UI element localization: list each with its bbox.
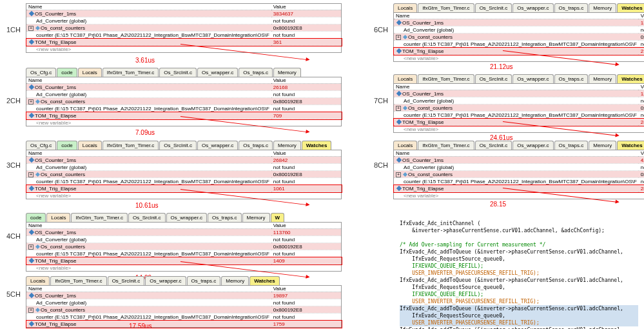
col-value[interactable]: Value xyxy=(271,286,342,292)
tab-watches[interactable]: Watches xyxy=(617,141,644,150)
col-name[interactable]: Name xyxy=(394,150,639,157)
tab-watches[interactable]: W xyxy=(271,213,285,222)
col-name[interactable]: Name xyxy=(394,84,639,90)
tab-wrapper[interactable]: Os_wrapper.c xyxy=(197,141,238,150)
plus-icon[interactable]: + xyxy=(28,99,34,105)
row-ad-conv[interactable]: Ad_Converter (global) xyxy=(26,164,271,171)
tab-srcinit[interactable]: Os_SrcInit.c xyxy=(475,141,512,150)
col-value[interactable]: Value xyxy=(271,150,342,157)
tab-memory[interactable]: Memory xyxy=(589,3,616,12)
row-new-var[interactable]: <new variable> xyxy=(394,55,639,62)
col-name[interactable]: Name xyxy=(26,286,271,292)
row-new-var[interactable]: <new variable> xyxy=(26,46,271,53)
row-counter-path[interactable]: counter (E:\15 TC387_Prj\01 Phase_A2\202… xyxy=(394,41,639,48)
row-os-counter[interactable]: OS_Counter_1ms xyxy=(26,229,271,236)
row-tom-trig[interactable]: TOM_Trig_Elapse xyxy=(26,39,271,46)
tab-memory[interactable]: Memory xyxy=(273,141,301,150)
row-counter-path[interactable]: counter (E:\15 TC387_Prj\01 Phase_A2\202… xyxy=(26,105,271,112)
row-const-counters[interactable]: +Os_const_counters xyxy=(394,34,639,41)
tab-memory[interactable]: Memory xyxy=(273,68,301,77)
tab-wrapper[interactable]: Os_wrapper.c xyxy=(197,68,238,77)
row-tom-trig[interactable]: TOM_Trig_Elapse xyxy=(394,48,639,55)
row-ad-conv[interactable]: Ad_Converter (global) xyxy=(394,97,639,105)
tab-ifxgtm[interactable]: IfxGtm_Tom_Timer.c xyxy=(71,213,128,222)
row-counter-path[interactable]: counter (E:\15 TC387_Prj\01 Phase_A2\202… xyxy=(394,112,639,119)
col-name[interactable]: Name xyxy=(26,4,271,10)
tab-oscfg[interactable]: Os_Cfg.c xyxy=(26,141,56,150)
tab-wrapper[interactable]: Os_wrapper.c xyxy=(512,141,553,150)
watch-table-8ch[interactable]: NameValue OS_Counter_1ms42634 Ad_Convert… xyxy=(393,150,644,199)
tab-oscfg[interactable]: Os_Cfg.c xyxy=(26,68,56,77)
row-os-counter[interactable]: OS_Counter_1ms xyxy=(26,292,271,299)
tab-ifxgtm[interactable]: IfxGtm_Tom_Timer.c xyxy=(102,68,159,77)
tab-traps[interactable]: Os_traps.c xyxy=(239,68,273,77)
plus-icon[interactable]: + xyxy=(396,172,401,177)
row-const-counters[interactable]: +Os_const_counters xyxy=(26,243,271,250)
row-tom-trig[interactable]: TOM_Trig_Elapse xyxy=(26,257,271,264)
watch-table-4ch[interactable]: NameValue OS_Counter_1ms113760 Ad_Conver… xyxy=(26,222,342,272)
watch-table-1ch[interactable]: NameValue OS_Counter_1ms3834637 Ad_Conve… xyxy=(26,3,342,53)
row-const-counters[interactable]: +Os_const_counters xyxy=(394,105,639,112)
row-os-counter[interactable]: OS_Counter_1ms xyxy=(394,90,639,97)
tab-locals[interactable]: Locals xyxy=(393,3,417,12)
row-tom-trig[interactable]: TOM_Trig_Elapse xyxy=(26,112,271,119)
row-counter-path[interactable]: counter (E:\15 TC387_Prj\01 Phase_A2\202… xyxy=(26,314,271,321)
row-counter-path[interactable]: counter (E:\15 TC387_Prj\01 Phase_A2\202… xyxy=(394,178,639,185)
tab-srcinit[interactable]: Os_SrcInit.c xyxy=(108,276,145,285)
tab-memory[interactable]: Memory xyxy=(589,141,616,150)
row-tom-trig[interactable]: TOM_Trig_Elapse xyxy=(26,185,271,192)
row-ad-conv[interactable]: Ad_Converter (global) xyxy=(26,299,271,306)
row-counter-path[interactable]: counter (E:\15 TC387_Prj\01 Phase_A2\202… xyxy=(26,32,271,39)
tab-srcinit[interactable]: Os_SrcInit.c xyxy=(159,68,197,77)
tab-traps[interactable]: Os_traps.c xyxy=(239,141,273,150)
col-value[interactable]: Value xyxy=(639,150,644,157)
tab-watches[interactable]: Watches xyxy=(249,276,280,285)
plus-icon[interactable]: + xyxy=(28,26,34,31)
plus-icon[interactable]: + xyxy=(28,172,34,177)
tab-code[interactable]: code xyxy=(26,213,46,222)
tab-watches[interactable]: Watches xyxy=(302,141,332,150)
watch-table-5ch[interactable]: NameValue OS_Counter_1ms19897 Ad_Convert… xyxy=(26,285,342,328)
row-os-counter[interactable]: OS_Counter_1ms xyxy=(26,10,271,17)
col-value[interactable]: Value xyxy=(271,77,342,84)
tab-ifxgtm[interactable]: IfxGtm_Tom_Timer.c xyxy=(102,141,159,150)
col-value[interactable]: Value xyxy=(271,223,342,229)
watch-table-2ch[interactable]: NameValue OS_Counter_1ms26168 Ad_Convert… xyxy=(26,77,342,126)
row-os-counter[interactable]: OS_Counter_1ms xyxy=(394,157,639,164)
watch-table-6ch[interactable]: NameValue OS_Counter_1ms13297 Ad_Convert… xyxy=(393,12,644,62)
tab-locals[interactable]: Locals xyxy=(78,68,102,77)
row-counter-path[interactable]: counter (E:\15 TC387_Prj\01 Phase_A2\202… xyxy=(26,178,271,185)
row-tom-trig[interactable]: TOM_Trig_Elapse xyxy=(394,185,639,192)
tab-traps[interactable]: Os_traps.c xyxy=(208,213,242,222)
tab-traps[interactable]: Os_traps.c xyxy=(554,3,589,12)
tab-traps[interactable]: Os_traps.c xyxy=(554,74,589,83)
tab-wrapper[interactable]: Os_wrapper.c xyxy=(512,74,553,83)
plus-icon[interactable]: + xyxy=(28,244,34,250)
tab-locals[interactable]: Locals xyxy=(393,74,417,83)
row-ad-conv[interactable]: Ad_Converter (global) xyxy=(394,164,639,171)
tab-wrapper[interactable]: Os_wrapper.c xyxy=(512,3,553,12)
tab-wrapper[interactable]: Os_wrapper.c xyxy=(145,276,186,285)
col-value[interactable]: Value xyxy=(639,84,644,90)
plus-icon[interactable]: + xyxy=(28,308,34,313)
tab-locals[interactable]: Locals xyxy=(78,141,102,150)
row-const-counters[interactable]: +Os_const_counters xyxy=(394,171,639,178)
tab-srcinit[interactable]: Os_SrcInit.c xyxy=(475,74,512,83)
tab-ifxgtm[interactable]: IfxGtm_Tom_Timer.c xyxy=(50,276,107,285)
tab-memory[interactable]: Memory xyxy=(242,213,270,222)
col-name[interactable]: Name xyxy=(26,223,271,229)
plus-icon[interactable]: + xyxy=(396,35,401,40)
tab-locals[interactable]: Locals xyxy=(46,213,70,222)
col-name[interactable]: Name xyxy=(26,150,271,157)
row-new-var[interactable]: <new variable> xyxy=(394,126,639,133)
row-ad-conv[interactable]: Ad_Converter (global) xyxy=(394,26,639,34)
tab-code[interactable]: code xyxy=(57,141,77,150)
tab-watches[interactable]: Watches xyxy=(617,74,644,83)
row-counter-path[interactable]: counter (E:\15 TC387_Prj\01 Phase_A2\202… xyxy=(26,250,271,257)
col-value[interactable]: Value xyxy=(639,13,644,19)
tab-srcinit[interactable]: Os_SrcInit.c xyxy=(475,3,512,12)
tab-memory[interactable]: Memory xyxy=(589,74,616,83)
watch-table-3ch[interactable]: NameValue OS_Counter_1ms26842 Ad_Convert… xyxy=(26,150,342,199)
tab-ifxgtm[interactable]: IfxGtm_Tom_Timer.c xyxy=(418,3,474,12)
row-ad-conv[interactable]: Ad_Converter (global) xyxy=(26,17,271,25)
